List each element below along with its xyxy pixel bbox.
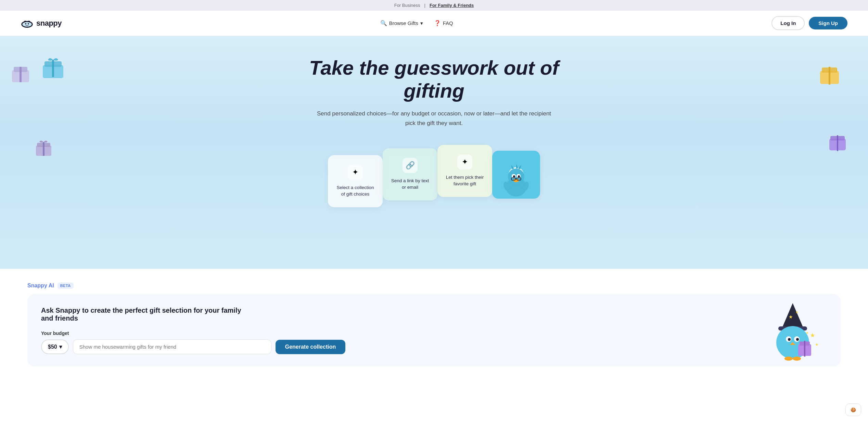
decorative-gift-mid-right [828, 132, 847, 153]
hero-title: Take the guesswork out of gifting [280, 57, 588, 102]
svg-text:★: ★ [789, 314, 793, 320]
budget-label: Your budget [41, 331, 827, 336]
wizard-character: ★ ★ ★ ★ ★ [765, 300, 820, 366]
budget-selector[interactable]: $50 ▾ [41, 339, 69, 354]
step-video[interactable]: ▶ [492, 151, 540, 199]
decorative-gift-mid-left [34, 139, 53, 159]
ai-card-title: Ask Snappy to create the perfect gift se… [41, 307, 246, 322]
decorative-gift-top-left [10, 63, 31, 85]
svg-rect-10 [44, 61, 62, 67]
step3-label: Let them pick their favorite gift [446, 174, 484, 187]
nav-browse-gifts[interactable]: 🔍 Browse Gifts ▾ [380, 20, 423, 26]
logo[interactable]: snappy [21, 18, 62, 28]
logo-text: snappy [36, 19, 62, 28]
help-icon: ❓ [434, 20, 441, 26]
ai-label-text: Snappy AI [27, 283, 54, 289]
svg-rect-18 [829, 139, 846, 150]
search-icon: 🔍 [380, 20, 387, 26]
header-actions: Log In Sign Up [771, 16, 847, 30]
svg-rect-8 [20, 67, 22, 82]
svg-rect-20 [837, 135, 838, 151]
svg-rect-7 [14, 67, 27, 72]
for-business-link[interactable]: For Business [394, 3, 420, 8]
svg-point-43 [788, 338, 791, 341]
ai-card: Ask Snappy to create the perfect gift se… [27, 294, 841, 366]
ai-prompt-input[interactable] [73, 339, 271, 354]
step3-icon: ✦ [457, 154, 472, 170]
step1-label: Select a collection of gift choices [336, 185, 374, 198]
nav: 🔍 Browse Gifts ▾ ❓ FAQ [380, 20, 453, 26]
play-button[interactable]: ▶ [509, 167, 524, 182]
steps-container: ✦ Select a collection of gift choices 🔗 … [328, 145, 540, 207]
top-banner: For Business | For Family & Friends [0, 0, 868, 11]
nav-browse-gifts-label: Browse Gifts [389, 20, 418, 26]
hero-section: Take the guesswork out of gifting Send p… [0, 36, 868, 269]
svg-rect-13 [37, 143, 50, 147]
nav-faq[interactable]: ❓ FAQ [434, 20, 453, 26]
svg-point-52 [784, 357, 793, 361]
logo-svg [21, 18, 34, 28]
budget-value: $50 [48, 344, 57, 350]
ai-section: Snappy AI BETA Ask Snappy to create the … [0, 269, 868, 387]
svg-rect-19 [830, 136, 845, 140]
budget-dropdown-icon: ▾ [59, 344, 62, 350]
signup-button[interactable]: Sign Up [809, 17, 847, 29]
svg-text:★: ★ [815, 342, 819, 347]
svg-rect-11 [52, 60, 54, 77]
decorative-gift-top-left2 [41, 57, 65, 82]
svg-point-3 [22, 22, 31, 27]
svg-rect-48 [804, 341, 805, 357]
svg-rect-12 [36, 146, 51, 156]
step2-label: Send a link by text or email [391, 178, 429, 191]
svg-rect-9 [43, 65, 63, 78]
svg-point-32 [522, 181, 530, 192]
banner-separator: | [424, 3, 425, 8]
generate-button[interactable]: Generate collection [276, 340, 346, 354]
svg-point-44 [796, 338, 799, 341]
svg-text:★: ★ [806, 331, 809, 335]
svg-point-31 [502, 181, 511, 192]
svg-rect-16 [822, 67, 837, 73]
svg-text:★: ★ [795, 310, 799, 314]
nav-faq-label: FAQ [443, 20, 453, 26]
decorative-gift-top-right [818, 63, 841, 87]
step-send-link[interactable]: 🔗 Send a link by text or email [383, 148, 437, 200]
hero-subtitle: Send personalized choices—for any budget… [314, 109, 554, 127]
step-let-pick[interactable]: ✦ Let them pick their favorite gift [437, 145, 492, 197]
for-family-link[interactable]: For Family & Friends [430, 3, 474, 8]
svg-rect-14 [43, 142, 44, 156]
step2-icon: 🔗 [403, 158, 418, 173]
svg-rect-6 [12, 70, 29, 82]
ai-label: Snappy AI BETA [27, 283, 841, 289]
login-button[interactable]: Log In [771, 16, 805, 30]
step-select-collection[interactable]: ✦ Select a collection of gift choices [328, 155, 383, 207]
beta-badge: BETA [58, 283, 74, 289]
svg-point-53 [793, 357, 801, 361]
svg-rect-17 [829, 67, 830, 85]
ai-form-row: $50 ▾ Generate collection [41, 339, 827, 354]
svg-point-4 [25, 23, 26, 24]
chevron-down-icon: ▾ [420, 20, 423, 26]
step1-icon: ✦ [348, 165, 363, 180]
svg-text:★: ★ [810, 332, 815, 339]
svg-point-5 [28, 23, 29, 24]
header: snappy 🔍 Browse Gifts ▾ ❓ FAQ Log In Sig… [0, 11, 868, 36]
svg-rect-15 [820, 71, 839, 84]
